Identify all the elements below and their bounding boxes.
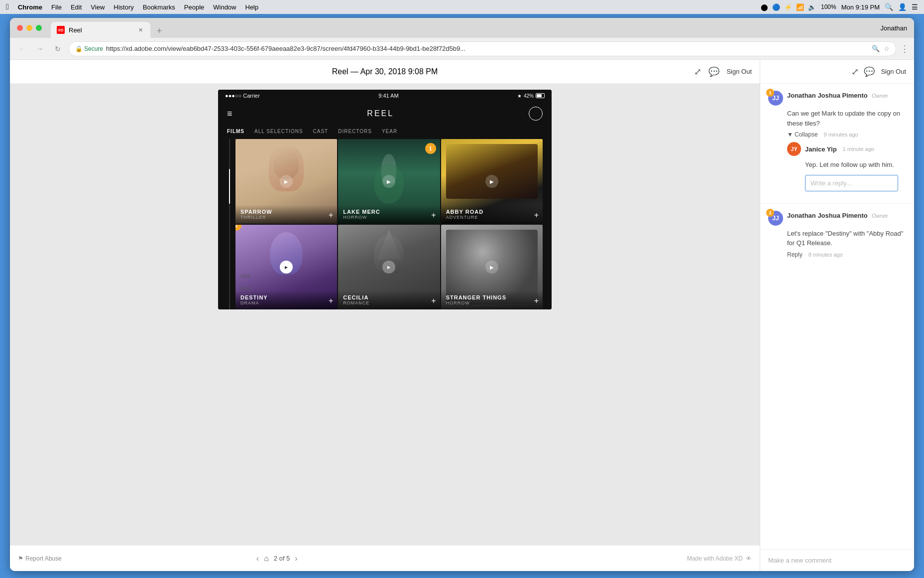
tab-favicon: XD xyxy=(57,26,65,34)
lake-merc-play[interactable]: ▶ xyxy=(382,175,395,188)
film-card-destiny[interactable]: 2 2016-2018 DESTINY DRAMA xyxy=(235,225,337,309)
new-tab-button[interactable]: + xyxy=(152,24,166,38)
film-card-lake-merc[interactable]: 1 LAKE MERC HORROW ▶ + xyxy=(338,139,440,224)
address-bar: ← → ↻ 🔒 Secure https://xd.adobe.com/view… xyxy=(10,38,914,60)
search-icon[interactable]: 🔍 xyxy=(885,3,893,11)
destiny-add[interactable]: + xyxy=(329,296,333,305)
menu-help[interactable]: Help xyxy=(245,3,259,11)
menu-file[interactable]: File xyxy=(51,3,62,11)
hamburger-menu[interactable]: ≡ xyxy=(227,109,232,119)
user-icon[interactable]: 👤 xyxy=(898,3,907,11)
destiny-play[interactable]: ▶ xyxy=(280,261,293,274)
expand-icon[interactable]: ⤢ xyxy=(694,66,701,77)
sparrow-add[interactable]: + xyxy=(329,211,333,220)
sign-out-button[interactable]: Sign Out xyxy=(726,68,752,75)
flag-icon: ⚑ xyxy=(18,555,23,562)
abby-road-play[interactable]: ▶ xyxy=(485,175,498,188)
nav-circle[interactable] xyxy=(529,107,543,121)
film-card-sparrow[interactable]: SPARROW THRILLER ▶ + xyxy=(235,139,337,224)
forward-button[interactable]: → xyxy=(33,42,47,56)
profile-button[interactable]: Jonathan xyxy=(881,24,908,32)
control-center-icon[interactable]: ☰ xyxy=(912,3,918,11)
tab-close-button[interactable]: ✕ xyxy=(136,26,144,34)
stranger-things-title: STRANGER THINGS xyxy=(446,294,538,300)
pagination: ‹ ⌂ 2 of 5 › xyxy=(256,554,298,563)
xd-canvas: Reel — Apr 30, 2018 9:08 PM ⤢ 💬 Sign Out… xyxy=(10,60,760,571)
browser-window: XD Reel ✕ + Jonathan ← → ↻ 🔒 Secure http… xyxy=(10,18,914,571)
menu-window[interactable]: Window xyxy=(213,3,236,11)
comment-1-author-area: Jonathan Joshua Pimento Owner xyxy=(787,91,888,100)
tab-label: Reel xyxy=(69,26,82,34)
stranger-things-play[interactable]: ▶ xyxy=(485,261,498,274)
comment-1-text: Can we get Mark to update the copy on th… xyxy=(768,109,906,128)
close-button[interactable] xyxy=(17,25,23,31)
back-button[interactable]: ← xyxy=(15,42,29,56)
home-icon[interactable]: ⌂ xyxy=(264,554,269,563)
minimize-button[interactable] xyxy=(26,25,32,31)
url-icons: 🔍 ☆ xyxy=(872,45,890,52)
menu-edit[interactable]: Edit xyxy=(71,3,82,11)
cecilia-add[interactable]: + xyxy=(431,296,436,305)
tab-year[interactable]: YEAR xyxy=(382,129,397,134)
more-options-icon[interactable]: ⋮ xyxy=(900,43,909,54)
viewer-date: Apr 30, 2018 9:08 PM xyxy=(360,67,438,76)
comment-2-actions: Reply 8 minutes ago xyxy=(768,251,906,258)
report-abuse-button[interactable]: ⚑ Report Abuse xyxy=(18,555,62,562)
reply-input[interactable] xyxy=(805,175,898,191)
reply-button[interactable]: Reply xyxy=(787,251,803,258)
collapse-button[interactable]: ▼ Collapse xyxy=(787,131,818,138)
comment-1-time: 9 minutes ago xyxy=(824,132,858,138)
abby-road-add[interactable]: + xyxy=(534,211,539,220)
stranger-things-add[interactable]: + xyxy=(534,296,539,305)
search-url-icon[interactable]: 🔍 xyxy=(872,45,880,52)
menu-chrome[interactable]: Chrome xyxy=(18,3,42,11)
menu-bookmarks[interactable]: Bookmarks xyxy=(143,3,175,11)
new-comment-bar[interactable]: Make a new comment xyxy=(760,549,914,571)
status-bar-right: ★ 42% xyxy=(517,93,545,99)
next-page-button[interactable]: › xyxy=(295,554,297,563)
lake-merc-genre: HORROW xyxy=(343,215,435,220)
refresh-button[interactable]: ↻ xyxy=(51,42,65,56)
tab-directors[interactable]: DIRECTORS xyxy=(338,129,372,134)
tab-cast[interactable]: CAST xyxy=(313,129,329,134)
vertical-slider-thumb[interactable] xyxy=(229,169,230,204)
active-tab[interactable]: XD Reel ✕ xyxy=(51,22,150,38)
reply-avatar: JY xyxy=(787,142,801,156)
menu-history[interactable]: History xyxy=(114,3,133,11)
stranger-things-info: STRANGER THINGS HORROW xyxy=(441,290,543,309)
url-text: https://xd.adobe.com/view/eab6bd47-2533-… xyxy=(106,45,869,52)
sign-out-btn-comment[interactable]: Sign Out xyxy=(881,68,906,75)
comment-1-badge: 1 xyxy=(766,89,774,97)
tab-films[interactable]: FILMS xyxy=(227,129,244,134)
film-card-stranger-things[interactable]: STRANGER THINGS HORROW ▶ + xyxy=(441,225,543,309)
film-card-cecilia[interactable]: ▶ CECILIA ROMANCE + xyxy=(338,225,440,309)
secure-text: Secure xyxy=(84,45,103,52)
mobile-mockup: ●●●○○ Carrier 9:41 AM ★ 42% ≡ REEL xyxy=(218,90,552,309)
comment-2-header: 2 JJ Jonathan Joshua Pimento Owner xyxy=(768,211,906,226)
viewer-title-sep: — xyxy=(350,67,360,76)
cecilia-genre: ROMANCE xyxy=(343,300,435,305)
fullscreen-button[interactable] xyxy=(36,25,42,31)
viewer-title-area: Reel — Apr 30, 2018 9:08 PM xyxy=(332,67,438,76)
secure-badge: 🔒 Secure xyxy=(75,45,103,52)
cecilia-play[interactable]: ▶ xyxy=(382,261,395,274)
reply-time: 1 minute ago xyxy=(843,146,875,152)
viewer-bottom: ⚑ Report Abuse ‹ ⌂ 2 of 5 › Made with Ad… xyxy=(10,545,760,571)
battery-icon: ★ xyxy=(517,93,522,99)
menu-icons: ⬤ 🔵 ⚡ 📶 🔈 xyxy=(761,3,816,11)
chat-icon[interactable]: 💬 xyxy=(864,66,875,77)
comment-icon[interactable]: 💬 xyxy=(708,66,719,77)
film-card-abby-road[interactable]: ABBY ROAD ADVENTURE ▶ + xyxy=(441,139,543,224)
prev-page-button[interactable]: ‹ xyxy=(256,554,259,563)
comment-2-avatar: 2 JJ xyxy=(768,211,783,226)
bookmark-icon[interactable]: ☆ xyxy=(884,45,890,52)
expand-comment-icon[interactable]: ⤢ xyxy=(851,66,859,77)
battery-indicator: 100% xyxy=(821,3,836,10)
tab-all-selections[interactable]: ALL SELECTIONS xyxy=(254,129,303,134)
url-bar[interactable]: 🔒 Secure https://xd.adobe.com/view/eab6b… xyxy=(69,41,896,56)
menu-people[interactable]: People xyxy=(184,3,204,11)
lake-merc-add[interactable]: + xyxy=(431,211,436,220)
sparrow-play[interactable]: ▶ xyxy=(280,175,293,188)
apple-menu[interactable]:  xyxy=(6,2,9,11)
menu-view[interactable]: View xyxy=(91,3,105,11)
